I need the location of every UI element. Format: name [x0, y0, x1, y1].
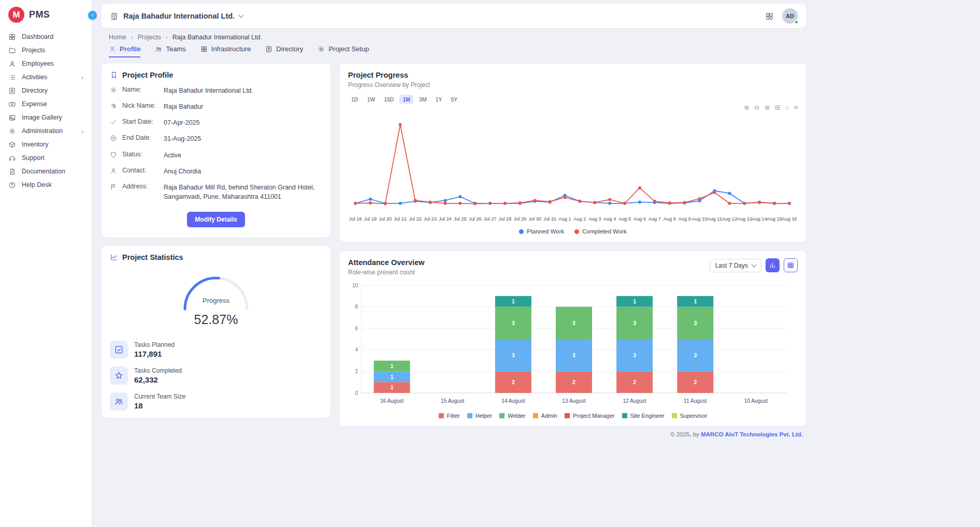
- legend-item[interactable]: Site Engineer: [622, 413, 665, 419]
- zoom-out-icon[interactable]: ⊖: [754, 104, 760, 112]
- svg-text:12 August: 12 August: [623, 398, 646, 404]
- legend-item[interactable]: Helper: [467, 413, 492, 419]
- range-button-15d[interactable]: 15D: [381, 95, 397, 104]
- fingerprint-icon: [110, 103, 117, 110]
- range-button-1d[interactable]: 1D: [348, 95, 361, 104]
- chevron-down-icon: [752, 262, 757, 267]
- progress-line-chart[interactable]: Jul 18Jul 19Jul 20Jul 21Jul 22Jul 23Jul …: [348, 112, 798, 226]
- circle-x-icon: [110, 135, 117, 142]
- sidebar-collapse-button[interactable]: ‹: [88, 11, 97, 20]
- legend-swatch: [499, 413, 505, 418]
- users-icon: [155, 46, 162, 53]
- sidebar-item-support[interactable]: Support: [0, 151, 92, 165]
- date-range-select[interactable]: Last 7 Days: [710, 259, 761, 272]
- person-icon: [109, 46, 116, 53]
- zoom-in-icon[interactable]: ⊕: [744, 104, 750, 112]
- table-view-button[interactable]: [784, 258, 798, 272]
- profile-field-contact: Contact:Anuj Chordia: [110, 167, 322, 176]
- sidebar-item-directory[interactable]: Directory: [0, 84, 92, 97]
- menu-icon[interactable]: ≡: [794, 104, 798, 112]
- tab-teams[interactable]: Teams: [155, 45, 185, 57]
- sidebar-item-administration[interactable]: Administration›: [0, 124, 92, 138]
- attendance-bar-chart[interactable]: 024681011116 August15 August233114 Augus…: [348, 281, 798, 409]
- svg-text:Aug 3: Aug 3: [588, 216, 601, 222]
- legend-label: Admin: [541, 413, 557, 419]
- sidebar-item-projects[interactable]: Projects: [0, 43, 92, 57]
- sidebar-item-employees[interactable]: Employees: [0, 57, 92, 70]
- tab-infrastructure[interactable]: Infrastructure: [200, 45, 251, 57]
- legend-item[interactable]: Completed Work: [574, 228, 626, 235]
- svg-text:Aug 15: Aug 15: [767, 216, 782, 222]
- svg-text:3: 3: [512, 320, 515, 326]
- modify-details-button[interactable]: Modify Details: [187, 212, 244, 227]
- users-icon: [110, 392, 128, 411]
- legend-item[interactable]: Supervisor: [672, 413, 708, 419]
- legend-item[interactable]: Project Manager: [565, 413, 615, 419]
- legend-item[interactable]: Planned Work: [519, 228, 564, 235]
- list-icon: [8, 74, 16, 81]
- legend-label: Supervisor: [680, 413, 708, 419]
- stat-team-size: Current Team Size18: [110, 392, 322, 411]
- range-button-3m[interactable]: 3M: [416, 95, 430, 104]
- sidebar-item-label: Activities: [22, 74, 47, 81]
- legend-label: Project Manager: [573, 413, 615, 419]
- svg-text:13 August: 13 August: [562, 398, 585, 404]
- svg-text:11 August: 11 August: [684, 398, 707, 404]
- app-root: M PMS DashboardProjectsEmployeesActiviti…: [0, 0, 980, 527]
- legend-swatch: [439, 413, 444, 418]
- company-selector[interactable]: Raja Bahadur International Ltd.: [110, 12, 243, 21]
- profile-fields: Name:Raja Bahadur International Ltd.Nick…: [110, 86, 322, 201]
- tab-project-setup[interactable]: Project Setup: [318, 45, 369, 57]
- svg-text:1: 1: [391, 384, 394, 390]
- legend-item[interactable]: Fitter: [439, 413, 460, 419]
- company-link[interactable]: MARCO AIoT Technologies Pvt. Ltd.: [701, 431, 803, 437]
- card-title: Project Statistics: [122, 253, 183, 261]
- id-card-icon: [8, 87, 16, 95]
- chart-view-button[interactable]: [766, 258, 780, 272]
- autoscale-icon[interactable]: ⊗: [765, 104, 770, 112]
- legend-item[interactable]: Welder: [499, 413, 526, 419]
- footer: © 2025, by MARCO AIoT Technologies Pvt. …: [102, 431, 806, 437]
- breadcrumb-item[interactable]: Home: [109, 34, 126, 41]
- svg-text:Jul 18: Jul 18: [349, 216, 362, 222]
- legend-label: Welder: [508, 413, 526, 419]
- project-progress-card: Project Progress Progress Overview by Pr…: [340, 64, 806, 242]
- check-icon: [110, 119, 117, 126]
- sidebar-item-documentation[interactable]: Documentation: [0, 165, 92, 178]
- sidebar-item-dashboard[interactable]: Dashboard: [0, 30, 92, 43]
- legend-swatch: [672, 413, 677, 418]
- apps-grid-icon[interactable]: [765, 12, 774, 21]
- user-avatar[interactable]: AD: [782, 8, 798, 24]
- range-button-5y[interactable]: 5Y: [448, 95, 460, 104]
- breadcrumb-separator: ›: [131, 34, 133, 41]
- legend-label: Fitter: [447, 413, 460, 419]
- card-subtitle: Progress Overview by Project: [348, 81, 798, 89]
- sidebar-item-inventory[interactable]: Inventory: [0, 138, 92, 151]
- svg-text:Jul 29: Jul 29: [513, 216, 526, 222]
- grid4-icon: [8, 33, 16, 41]
- sidebar-item-help-desk[interactable]: Help Desk: [0, 178, 92, 192]
- svg-text:8: 8: [355, 304, 358, 310]
- headset-icon: [8, 154, 16, 162]
- range-button-1y[interactable]: 1Y: [433, 95, 445, 104]
- sidebar-item-activities[interactable]: Activities›: [0, 70, 92, 84]
- tab-directory[interactable]: Directory: [265, 45, 303, 57]
- progress-gauge: Progress: [110, 269, 322, 314]
- breadcrumb-item: Raja Bahadur International Ltd.: [172, 34, 262, 41]
- range-button-1m[interactable]: 1M: [399, 95, 413, 104]
- stat-tasks-completed: Tasks Completed62,332: [110, 367, 322, 385]
- profile-field-end-date: End Date:31-Aug-2025: [110, 134, 322, 143]
- sidebar-item-expense[interactable]: Expense: [0, 97, 92, 111]
- reset-axes-icon[interactable]: ⌂: [785, 104, 789, 112]
- sidebar-item-label: Inventory: [22, 141, 48, 148]
- svg-text:16 August: 16 August: [380, 398, 403, 404]
- star-icon: [114, 371, 124, 380]
- tab-profile[interactable]: Profile: [109, 45, 140, 57]
- breadcrumb-item[interactable]: Projects: [138, 34, 161, 41]
- legend-item[interactable]: Admin: [533, 413, 557, 419]
- pan-icon[interactable]: ⊞: [775, 104, 781, 112]
- shield-icon: [110, 151, 117, 158]
- sidebar-item-image-gallery[interactable]: Image Gallery: [0, 111, 92, 124]
- sidebar-item-label: Employees: [22, 60, 54, 67]
- range-button-1w[interactable]: 1W: [364, 95, 378, 104]
